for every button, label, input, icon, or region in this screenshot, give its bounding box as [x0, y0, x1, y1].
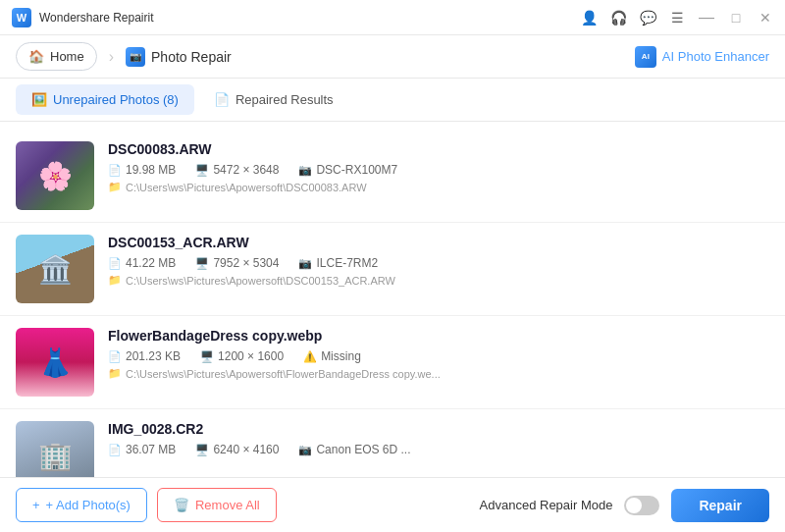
- photo-path-2: 📁 C:\Users\ws\Pictures\Apowersoft\Flower…: [108, 367, 769, 380]
- remove-label: Remove All: [195, 498, 260, 512]
- photo-path-0: 📁 C:\Users\ws\Pictures\Apowersoft\DSC000…: [108, 181, 769, 193]
- size-label-2: 201.23 KB: [126, 349, 181, 363]
- user-icon[interactable]: 👤: [581, 10, 597, 26]
- meta-dim-2: 🖥️ 1200 × 1600: [200, 349, 284, 363]
- current-page: 📷 Photo Repair: [126, 47, 232, 67]
- nav-separator: ›: [109, 48, 114, 66]
- photo-thumb-1: 🏛️: [16, 235, 94, 303]
- repaired-tab-icon: 📄: [214, 92, 230, 107]
- dim-icon-3: 🖥️: [195, 444, 209, 456]
- path-label-0: C:\Users\ws\Pictures\Apowersoft\DSC00083…: [126, 182, 367, 193]
- home-button[interactable]: 🏠 Home: [16, 42, 97, 71]
- camera-label-2: Missing: [321, 349, 361, 363]
- photo-info-1: DSC00153_ACR.ARW 📄 41.22 MB 🖥️ 7952 × 53…: [108, 235, 769, 287]
- photo-info-0: DSC00083.ARW 📄 19.98 MB 🖥️ 5472 × 3648 📷…: [108, 141, 769, 193]
- title-bar: W Wondershare Repairit 👤 🎧 💬 ☰ — □ ✕: [0, 0, 785, 35]
- app-title: Wondershare Repairit: [39, 11, 154, 25]
- photo-thumb-0: 🌸: [16, 141, 94, 210]
- tab-repaired[interactable]: 📄 Repaired Results: [198, 84, 349, 115]
- meta-camera-1: 📷 ILCE-7RM2: [298, 256, 378, 270]
- add-label: + Add Photo(s): [46, 498, 131, 512]
- photo-repair-icon: 📷: [126, 47, 145, 67]
- tab-repaired-label: Repaired Results: [236, 92, 334, 107]
- path-label-2: C:\Users\ws\Pictures\Apowersoft\FlowerBa…: [126, 368, 441, 380]
- file-icon-1: 📄: [108, 257, 122, 270]
- advanced-repair-toggle[interactable]: [624, 496, 659, 515]
- unrepaired-tab-icon: 🖼️: [31, 92, 47, 107]
- remove-all-button[interactable]: 🗑️ Remove All: [157, 488, 277, 522]
- thumb-flower-0: 🌸: [16, 141, 94, 210]
- meta-size-3: 📄 36.07 MB: [108, 443, 176, 456]
- title-bar-left: W Wondershare Repairit: [12, 8, 154, 27]
- add-photos-button[interactable]: + + Add Photo(s): [16, 488, 147, 522]
- photo-path-1: 📁 C:\Users\ws\Pictures\Apowersoft\DSC001…: [108, 274, 769, 287]
- tabs-bar: 🖼️ Unrepaired Photos (8) 📄 Repaired Resu…: [0, 79, 785, 122]
- photo-meta-3: 📄 36.07 MB 🖥️ 6240 × 4160 📷 Canon EOS 6D…: [108, 443, 769, 456]
- photo-item-3[interactable]: 🏢 IMG_0028.CR2 📄 36.07 MB 🖥️ 6240 × 4160…: [0, 409, 785, 477]
- path-label-1: C:\Users\ws\Pictures\Apowersoft\DSC00153…: [126, 275, 395, 287]
- camera-icon-0: 📷: [298, 164, 312, 177]
- dim-label-3: 6240 × 4160: [213, 443, 279, 456]
- bottom-bar: + + Add Photo(s) 🗑️ Remove All Advanced …: [0, 477, 785, 532]
- file-icon-2: 📄: [108, 350, 122, 363]
- tab-unrepaired[interactable]: 🖼️ Unrepaired Photos (8): [16, 84, 194, 115]
- trash-icon: 🗑️: [174, 498, 189, 512]
- close-button[interactable]: ✕: [758, 10, 773, 26]
- file-icon-3: 📄: [108, 444, 122, 456]
- photo-name-0: DSC00083.ARW: [108, 141, 769, 157]
- dim-icon-1: 🖥️: [195, 257, 209, 270]
- dim-icon-0: 🖥️: [195, 164, 209, 177]
- photo-name-3: IMG_0028.CR2: [108, 421, 769, 437]
- headset-icon[interactable]: 🎧: [610, 10, 626, 26]
- thumb-building2-3: 🏢: [16, 421, 94, 477]
- ai-enhancer-button[interactable]: AI AI Photo Enhancer: [635, 46, 769, 68]
- file-icon-0: 📄: [108, 164, 122, 177]
- photo-info-2: FlowerBandageDress copy.webp 📄 201.23 KB…: [108, 328, 769, 380]
- ai-badge: AI: [635, 46, 656, 68]
- current-page-label: Photo Repair: [151, 49, 232, 65]
- meta-dim-0: 🖥️ 5472 × 3648: [195, 163, 279, 177]
- photo-thumb-3: 🏢: [16, 421, 94, 477]
- meta-camera-2: ⚠️ Missing: [303, 349, 361, 363]
- minimize-button[interactable]: —: [699, 10, 714, 26]
- repair-label: Repair: [699, 498, 742, 513]
- camera-icon-1: 📷: [298, 257, 312, 270]
- photo-item-0[interactable]: 🌸 DSC00083.ARW 📄 19.98 MB 🖥️ 5472 × 3648…: [0, 130, 785, 223]
- folder-icon-1: 📁: [108, 274, 122, 287]
- app-icon: W: [12, 8, 31, 27]
- nav-left: 🏠 Home › 📷 Photo Repair: [16, 42, 232, 71]
- photo-name-1: DSC00153_ACR.ARW: [108, 235, 769, 250]
- nav-bar: 🏠 Home › 📷 Photo Repair AI AI Photo Enha…: [0, 35, 785, 79]
- meta-size-0: 📄 19.98 MB: [108, 163, 176, 177]
- size-label-1: 41.22 MB: [126, 256, 176, 270]
- meta-size-2: 📄 201.23 KB: [108, 349, 181, 363]
- menu-icon[interactable]: ☰: [669, 10, 685, 26]
- photo-thumb-2: 👗: [16, 328, 94, 397]
- photo-meta-2: 📄 201.23 KB 🖥️ 1200 × 1600 ⚠️ Missing: [108, 349, 769, 363]
- home-icon: 🏠: [28, 49, 44, 64]
- meta-camera-0: 📷 DSC-RX100M7: [298, 163, 397, 177]
- photo-info-3: IMG_0028.CR2 📄 36.07 MB 🖥️ 6240 × 4160 📷…: [108, 421, 769, 460]
- bottom-right: Advanced Repair Mode Repair: [480, 489, 769, 522]
- thumb-dress-2: 👗: [16, 328, 94, 397]
- title-bar-controls: 👤 🎧 💬 ☰ — □ ✕: [581, 10, 773, 26]
- add-icon: +: [32, 498, 40, 512]
- folder-icon-0: 📁: [108, 181, 122, 193]
- dim-label-0: 5472 × 3648: [213, 163, 279, 177]
- repair-button[interactable]: Repair: [671, 489, 769, 522]
- content-area: 🌸 DSC00083.ARW 📄 19.98 MB 🖥️ 5472 × 3648…: [0, 122, 785, 477]
- chat-icon[interactable]: 💬: [640, 10, 655, 26]
- home-label: Home: [50, 49, 84, 64]
- folder-icon-2: 📁: [108, 367, 122, 380]
- photo-meta-1: 📄 41.22 MB 🖥️ 7952 × 5304 📷 ILCE-7RM2: [108, 256, 769, 270]
- meta-camera-3: 📷 Canon EOS 6D ...: [298, 443, 410, 456]
- photo-name-2: FlowerBandageDress copy.webp: [108, 328, 769, 344]
- advanced-repair-label: Advanced Repair Mode: [480, 498, 613, 512]
- bottom-left: + + Add Photo(s) 🗑️ Remove All: [16, 488, 277, 522]
- photo-item-2[interactable]: 👗 FlowerBandageDress copy.webp 📄 201.23 …: [0, 316, 785, 409]
- camera-icon-2: ⚠️: [303, 350, 317, 363]
- maximize-button[interactable]: □: [728, 10, 744, 26]
- photo-list: 🌸 DSC00083.ARW 📄 19.98 MB 🖥️ 5472 × 3648…: [0, 122, 785, 477]
- photo-item-1[interactable]: 🏛️ DSC00153_ACR.ARW 📄 41.22 MB 🖥️ 7952 ×…: [0, 223, 785, 316]
- dim-label-1: 7952 × 5304: [213, 256, 279, 270]
